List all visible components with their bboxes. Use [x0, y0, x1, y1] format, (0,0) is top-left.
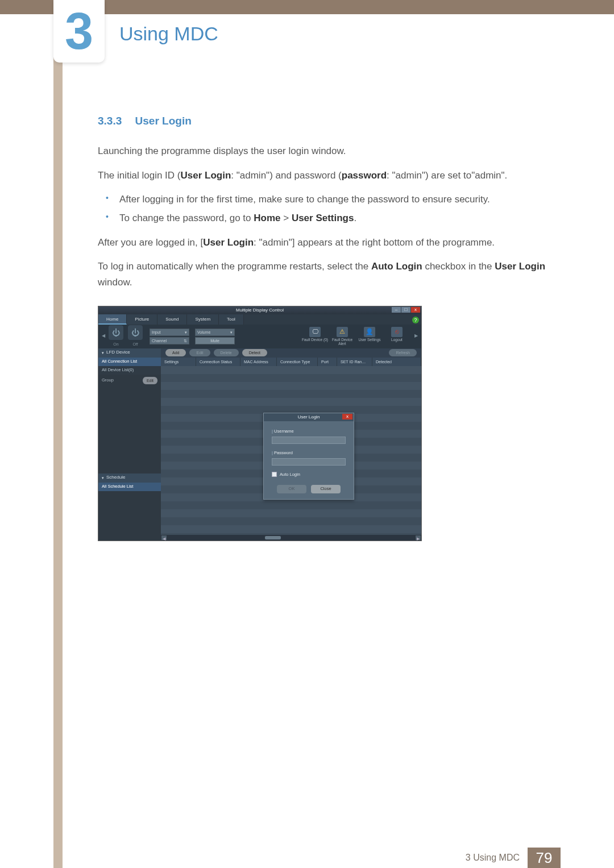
power-off-button[interactable]: ⏻: [128, 325, 143, 340]
tab-picture[interactable]: Picture: [127, 314, 157, 325]
password-input[interactable]: [272, 458, 346, 466]
col-type[interactable]: Connection Type: [277, 358, 318, 366]
sidebar-item-all-device[interactable]: All Device List(0): [98, 366, 161, 375]
maximize-button[interactable]: □: [401, 307, 410, 313]
power-on-label: On: [113, 341, 118, 347]
minimize-button[interactable]: –: [392, 307, 401, 313]
tab-tool[interactable]: Tool: [219, 314, 244, 325]
sidebar-lfd-header[interactable]: LFD Device: [98, 348, 161, 358]
sidebar-item-all-schedule[interactable]: All Schedule List: [98, 483, 161, 491]
section-title: User Login: [135, 115, 192, 127]
dialog-titlebar: User Login x: [264, 413, 354, 421]
scroll-left-icon[interactable]: ◀: [102, 333, 105, 340]
dialog-close-button[interactable]: x: [342, 414, 352, 420]
chapter-number: 3: [65, 6, 93, 57]
username-label: Username: [272, 428, 346, 435]
bullet-item: After logging in for the first time, mak…: [98, 192, 547, 207]
edit-button[interactable]: Edit: [189, 349, 210, 356]
refresh-button[interactable]: Refresh: [389, 349, 417, 356]
col-mac[interactable]: MAC Address: [240, 358, 277, 366]
window-title: Multiple Display Control: [236, 308, 284, 313]
password-label: Password: [272, 450, 346, 456]
panel-columns: Settings Connection Status MAC Address C…: [161, 358, 421, 366]
checkbox-icon: [272, 472, 277, 477]
add-button[interactable]: Add: [165, 349, 186, 356]
tab-home[interactable]: Home: [98, 314, 127, 325]
auto-login-label: Auto Login: [280, 471, 300, 478]
bullet-item: To change the password, go to Home > Use…: [98, 210, 547, 226]
initial-login-text: The initial login ID (User Login: "admin…: [98, 168, 547, 183]
col-detected[interactable]: Detected: [372, 358, 421, 366]
power-off-label: Off: [132, 341, 138, 347]
window-buttons: – □ x: [392, 307, 420, 313]
bullet-list: After logging in for the first time, mak…: [98, 192, 547, 226]
section-heading: 3.3.3 User Login: [98, 113, 547, 130]
username-input[interactable]: [272, 437, 346, 444]
sidebar: LFD Device All Connection List All Devic…: [98, 348, 161, 541]
scrollbar-horizontal[interactable]: ◀ ▶: [161, 535, 421, 541]
page-footer: 3 Using MDC 79: [0, 848, 614, 868]
close-button[interactable]: x: [411, 307, 420, 313]
menu-bar: Home Picture Sound System Tool: [98, 314, 421, 325]
detect-button[interactable]: Detect: [242, 349, 267, 356]
panel-actions: Add Edit Delete Detect Refresh: [161, 348, 421, 358]
window-titlebar: Multiple Display Control – □ x: [98, 306, 421, 314]
channel-stepper[interactable]: Channel⇅: [150, 337, 189, 344]
help-icon[interactable]: ?: [412, 317, 419, 323]
user-settings-icon[interactable]: 👤: [364, 327, 375, 337]
volume-select[interactable]: Volume▾: [195, 329, 235, 336]
col-connection-status[interactable]: Connection Status: [196, 358, 240, 366]
tab-sound[interactable]: Sound: [157, 314, 187, 325]
logout-icon[interactable]: ⎋: [391, 327, 403, 337]
footer-page-number: 79: [528, 848, 561, 868]
intro-text: Launching the programme displays the use…: [98, 143, 547, 159]
footer-label: 3 Using MDC: [466, 853, 520, 863]
toolbar-right-icons: 🖵Fault Device (0) ⚠Fault Device Alert 👤U…: [302, 327, 410, 346]
dialog-title: User Login: [298, 414, 320, 420]
sidebar-group-area: Group Edit: [98, 375, 161, 474]
page-side-stripe: [53, 0, 63, 868]
auto-login-checkbox[interactable]: Auto Login: [272, 471, 346, 478]
close-dialog-button[interactable]: Close: [311, 485, 341, 493]
col-settings[interactable]: Settings: [161, 358, 196, 366]
tab-system[interactable]: System: [187, 314, 219, 325]
input-select[interactable]: Input▾: [150, 329, 189, 336]
app-window: Multiple Display Control – □ x ? Home Pi…: [98, 306, 422, 541]
sidebar-schedule-area: [98, 491, 161, 541]
user-login-dialog: User Login x Username Password: [263, 413, 354, 500]
chevron-down-icon: ▾: [230, 329, 233, 335]
chapter-badge: 3: [53, 0, 105, 63]
chevron-down-icon: ▾: [185, 329, 187, 335]
fault-device-icon[interactable]: 🖵: [309, 327, 321, 337]
stepper-icon: ⇅: [184, 338, 187, 344]
mute-button[interactable]: Mute: [195, 337, 235, 344]
sidebar-edit-button[interactable]: Edit: [143, 377, 157, 384]
page-content: 3.3.3 User Login Launching the programme…: [98, 113, 547, 541]
sidebar-group-label: Group: [102, 377, 114, 384]
section-number: 3.3.3: [98, 115, 122, 127]
ok-button[interactable]: OK: [277, 485, 306, 493]
main-panel: Add Edit Delete Detect Refresh Settings …: [161, 348, 421, 541]
col-setid[interactable]: SET ID Ran…: [337, 358, 372, 366]
col-port[interactable]: Port: [318, 358, 337, 366]
scroll-thumb[interactable]: [265, 536, 281, 539]
main-body: LFD Device All Connection List All Devic…: [98, 348, 421, 541]
scroll-right-arrow[interactable]: ▶: [416, 535, 421, 540]
grid-area: ◀ ▶ User Login x Username: [161, 366, 421, 541]
scroll-left-arrow[interactable]: ◀: [161, 535, 167, 540]
sidebar-item-all-connection[interactable]: All Connection List: [98, 358, 161, 366]
delete-button[interactable]: Delete: [214, 349, 239, 356]
dialog-body: Username Password Auto Login: [264, 421, 354, 499]
fault-alert-icon[interactable]: ⚠: [337, 327, 348, 337]
chapter-title: Using MDC: [119, 23, 218, 45]
scroll-right-icon[interactable]: ▶: [414, 333, 418, 340]
sidebar-schedule-header[interactable]: Schedule: [98, 474, 161, 483]
power-on-button[interactable]: ⏻: [109, 325, 123, 340]
toolbar: ◀ ⏻ On ⏻ Off Input▾ Channel⇅ Volume▾ Mut…: [98, 325, 421, 348]
after-login-text: After you are logged in, [User Login: "a…: [98, 235, 547, 250]
auto-login-text: To log in automatically when the program…: [98, 259, 547, 289]
